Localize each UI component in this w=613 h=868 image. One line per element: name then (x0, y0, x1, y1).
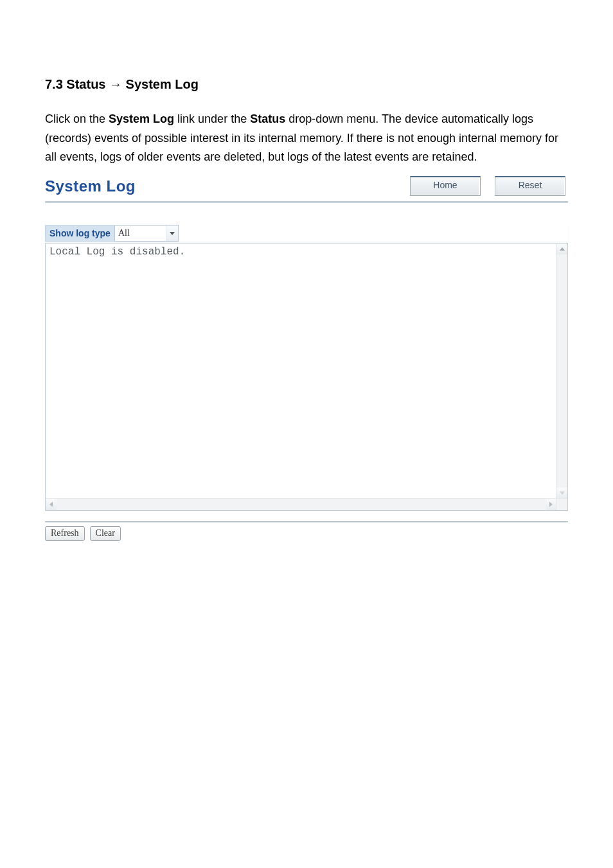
log-textarea[interactable]: Local Log is disabled. (45, 243, 568, 511)
log-type-selected-value: All (115, 228, 166, 238)
vertical-scrollbar[interactable] (556, 244, 567, 499)
intro-paragraph: Click on the System Log link under the S… (45, 110, 568, 167)
intro-text-1: Click on the (45, 112, 109, 125)
log-type-filter: Show log type All (45, 225, 568, 242)
scrollbar-corner (556, 498, 567, 510)
footer-buttons: Refresh Clear (45, 526, 568, 541)
panel-title: System Log (45, 177, 136, 195)
horizontal-scrollbar[interactable] (46, 498, 556, 510)
footer-separator (45, 521, 568, 522)
refresh-button[interactable]: Refresh (45, 526, 85, 541)
log-type-label: Show log type (45, 225, 114, 242)
scroll-left-icon[interactable] (46, 499, 57, 510)
intro-bold-system-log: System Log (109, 112, 174, 125)
home-button[interactable]: Home (410, 176, 481, 196)
section-heading: 7.3 Status → System Log (45, 77, 568, 92)
log-content-text: Local Log is disabled. (46, 244, 567, 260)
title-row: System Log Home Reset (45, 175, 568, 201)
clear-button[interactable]: Clear (90, 526, 121, 541)
reset-button[interactable]: Reset (495, 176, 565, 196)
scroll-down-icon[interactable] (556, 488, 567, 499)
scroll-up-icon[interactable] (556, 244, 567, 254)
intro-bold-status: Status (250, 112, 285, 125)
scroll-right-icon[interactable] (546, 499, 556, 510)
intro-text-2: link under the (174, 112, 250, 125)
chevron-down-icon (166, 226, 178, 241)
log-type-select[interactable]: All (114, 225, 179, 242)
system-log-panel: System Log Home Reset Show log type All … (45, 175, 568, 541)
top-buttons: Home Reset (410, 176, 568, 196)
title-separator (45, 201, 568, 203)
